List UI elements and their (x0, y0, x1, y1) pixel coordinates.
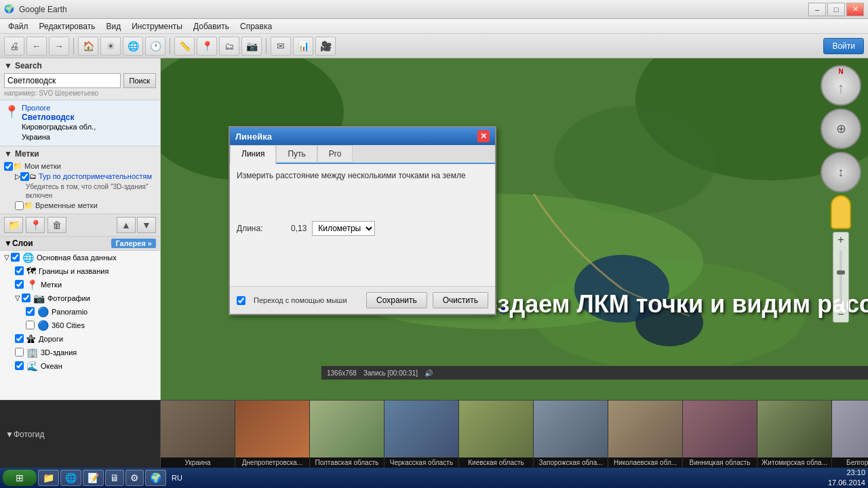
photo-belgorod[interactable]: Белгородска... (832, 401, 868, 468)
photo-kiev[interactable]: Киевская область (459, 401, 534, 468)
close-button[interactable]: ✕ (846, 3, 864, 16)
layer-photos-expand-icon[interactable]: ▽ (15, 294, 20, 302)
tab-path[interactable]: Путь (276, 145, 317, 163)
layer-main-db-checkbox[interactable] (11, 253, 20, 262)
menu-edit[interactable]: Редактировать (34, 20, 101, 33)
sun-button[interactable]: ☀ (100, 37, 121, 56)
tour-expand-icon[interactable]: ▷ (15, 172, 20, 181)
dialog-title-bar[interactable]: Линейка ✕ (230, 127, 495, 145)
pan-control[interactable]: ⊕ (821, 108, 861, 149)
search-expand-icon[interactable]: ▼ (4, 61, 12, 70)
minimize-button[interactable]: – (808, 3, 826, 16)
photo-nikolaev[interactable]: Николаевская обл... (608, 401, 683, 468)
tilt-control[interactable]: ↕ (821, 152, 861, 192)
layer-360cities[interactable]: 🔵 360 Cities (0, 319, 160, 332)
taskbar-app-monitor[interactable]: 🖥 (105, 470, 124, 486)
zoom-out-button[interactable]: − (833, 307, 848, 322)
delete-button[interactable]: 🗑 (47, 217, 66, 233)
tour-checkbox[interactable] (20, 172, 29, 181)
layer-borders[interactable]: 🗺 Границы и названия (0, 264, 160, 278)
pin-button[interactable]: 📍 (26, 217, 45, 233)
clear-button[interactable]: Очистить (433, 292, 488, 308)
layer-roads-checkbox[interactable] (15, 334, 24, 343)
layer-panoramio-checkbox[interactable] (26, 307, 35, 316)
taskbar-app-browser[interactable]: 🌐 (60, 470, 81, 486)
gallery-button[interactable]: Галерея » (111, 239, 156, 248)
volume-icon[interactable]: 🔊 (425, 369, 433, 377)
layer-panoramio[interactable]: 🔵 Panoramio (0, 305, 160, 319)
photo-button[interactable]: 📷 (241, 37, 262, 56)
new-folder-button[interactable]: 📁 (4, 217, 23, 233)
menu-help[interactable]: Справка (235, 20, 277, 33)
map-area[interactable]: Создаем ЛКМ точки и видим расстояние N ↑… (161, 58, 868, 400)
layers-button[interactable]: 🗂 (219, 37, 239, 56)
search-button[interactable]: Поиск (123, 73, 156, 88)
signin-button[interactable]: Войти (823, 38, 864, 54)
photo-zhitomir[interactable]: Житомирская обла... (757, 401, 832, 468)
zoom-in-button[interactable]: + (833, 232, 848, 247)
tour-label[interactable]: Тур по достопримечательностям (39, 172, 152, 180)
layer-expand-icon[interactable]: ▽ (4, 253, 9, 261)
menu-add[interactable]: Добавить (188, 20, 235, 33)
mouse-nav-checkbox[interactable] (237, 296, 245, 305)
print-button[interactable]: 🖨 (4, 37, 24, 56)
video-button[interactable]: 🎥 (315, 37, 336, 56)
fly-to-button[interactable]: 🏠 (78, 37, 98, 56)
compass-control[interactable]: N ↑ (821, 65, 861, 106)
layer-ocean[interactable]: 🌊 Океан (0, 359, 160, 373)
layer-main-db[interactable]: ▽ 🌐 Основная база данных (0, 251, 160, 264)
photo-cherkasy[interactable]: Черкасская область (384, 401, 459, 468)
planet-button[interactable]: 🌐 (123, 37, 143, 56)
my-places-checkbox[interactable] (4, 162, 13, 171)
taskbar-app-notepad[interactable]: 📝 (83, 470, 104, 486)
temp-places-checkbox[interactable] (15, 201, 24, 210)
taskbar-app-settings[interactable]: ⚙ (125, 470, 144, 486)
save-button[interactable]: Сохранить (366, 292, 427, 308)
start-button[interactable]: ⊞ (3, 470, 37, 486)
dialog-unit-select[interactable]: Километры Метры Мили Футы (312, 221, 375, 236)
layers-expand-icon[interactable]: ▼ (4, 239, 12, 248)
layer-3dbuildings[interactable]: 🏢 3D-здания (0, 346, 160, 359)
layer-360cities-checkbox[interactable] (26, 321, 35, 329)
prolog-link[interactable]: Прологе (22, 104, 50, 112)
layer-borders-checkbox[interactable] (15, 266, 24, 275)
photo-vinnitsa[interactable]: Винницкая область (683, 401, 757, 468)
layer-marks[interactable]: 📍 Метки (0, 278, 160, 291)
history-button[interactable]: 🕐 (145, 37, 165, 56)
email-button[interactable]: ✉ (271, 37, 291, 56)
measure-button[interactable]: 📏 (174, 37, 195, 56)
layer-roads[interactable]: 🛣 Дороги (0, 332, 160, 346)
move-up-button[interactable]: ▲ (117, 217, 136, 233)
dialog-close-button[interactable]: ✕ (477, 130, 490, 142)
chart-button[interactable]: 📊 (293, 37, 313, 56)
layer-photos-checkbox[interactable] (22, 293, 31, 302)
zoom-track[interactable] (840, 250, 842, 304)
maximize-button[interactable]: □ (827, 3, 845, 16)
photo-zaporozhye[interactable]: Запорожская обла... (534, 401, 608, 468)
menu-tools[interactable]: Инструменты (126, 20, 188, 33)
menu-file[interactable]: Файл (3, 20, 34, 33)
street-view-person[interactable] (831, 195, 851, 229)
places-button[interactable]: 📍 (197, 37, 217, 56)
menu-view[interactable]: Вид (100, 20, 126, 33)
layer-3dbuildings-checkbox[interactable] (15, 348, 24, 357)
photo-dnepro[interactable]: Днепропетровска... (235, 401, 310, 468)
layer-marks-checkbox[interactable] (15, 280, 24, 289)
tab-line[interactable]: Линия (230, 145, 276, 164)
zoom-thumb[interactable] (837, 270, 845, 274)
layer-ocean-checkbox[interactable] (15, 361, 24, 370)
tour-item[interactable]: ▷ 🗂 Тур по достопримечательностям (4, 171, 156, 182)
taskbar-app-explorer[interactable]: 📁 (38, 470, 59, 486)
forward-button[interactable]: → (49, 37, 69, 56)
photo-ukraine[interactable]: Украина (161, 401, 235, 468)
search-input[interactable] (4, 73, 121, 88)
back-button[interactable]: ← (26, 37, 47, 56)
photo-poltava[interactable]: Полтавская область (310, 401, 384, 468)
tab-pro[interactable]: Pro (317, 145, 353, 163)
taskbar-app-earth[interactable]: 🌍 (145, 470, 166, 486)
places-expand-icon[interactable]: ▼ (4, 149, 12, 159)
move-down-button[interactable]: ▼ (137, 217, 156, 233)
layer-photos[interactable]: ▽ 📷 Фотографии (0, 291, 160, 305)
temp-places-item[interactable]: 📁 Временные метки (4, 201, 156, 211)
my-places-item[interactable]: 📁 Мои метки (4, 161, 156, 171)
